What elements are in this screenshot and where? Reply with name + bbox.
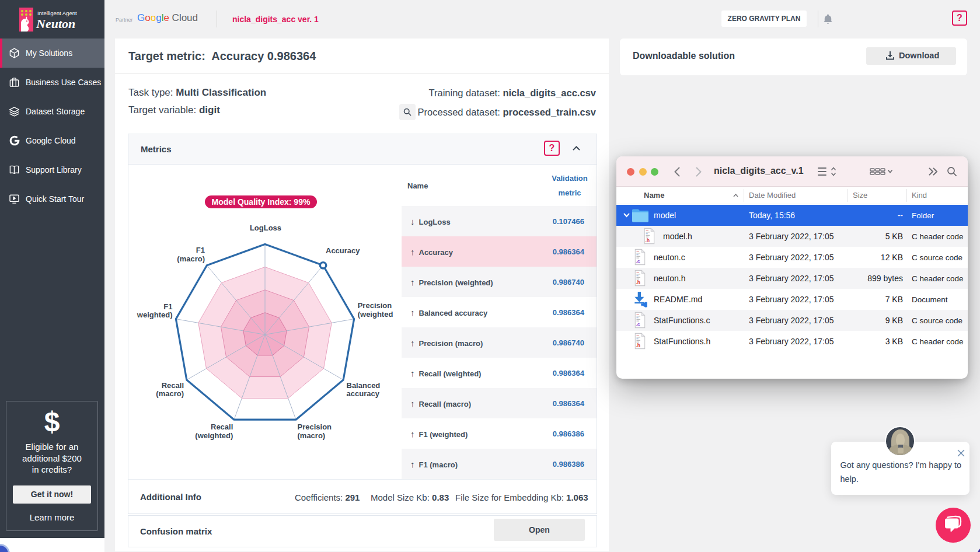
svg-text:.c: .c [636,258,640,264]
svg-text:.h: .h [636,280,640,285]
svg-text:.h: .h [645,237,650,243]
svg-text:.c: .c [636,322,640,327]
svg-text:.h: .h [636,343,640,348]
